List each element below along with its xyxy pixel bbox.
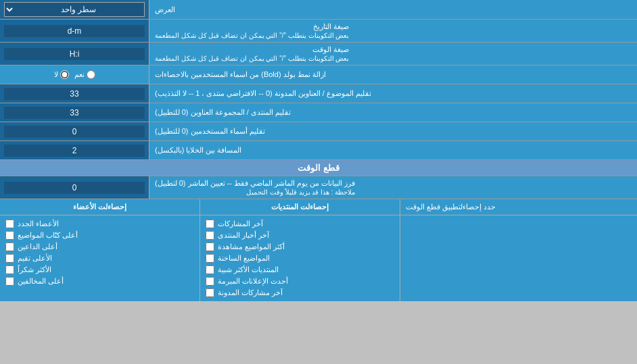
forum-trim-input[interactable]	[4, 107, 145, 119]
stats-limit-label: حدد إحصاءلتطبيق قطع الوقت	[400, 199, 638, 215]
user-trim-label: تقليم أسماء المستخدمين (0 للتطبيل)	[149, 122, 637, 140]
topics-sort-input[interactable]	[4, 88, 145, 100]
date-format-label: صيغة التاريخ بعض التكوينات يتطلب "/" الت…	[149, 20, 637, 42]
cb-last-posts-input[interactable]	[206, 219, 214, 228]
cutoff-input[interactable]	[4, 182, 145, 194]
members-stats-col: الأعضاء الجدد أعلى كتّاب المواضيع أعلى ا…	[0, 215, 199, 301]
display-mode-row: display-mode العرض سطر واحد سطرين ثلاثة …	[0, 0, 637, 20]
cb-most-viewed-input[interactable]	[206, 242, 214, 251]
bold-remove-label: ازالة نمط بولد (Bold) من اسماء المستخدمي…	[149, 66, 637, 84]
cb-most-viewed: أكثر المواضيع مشاهدة	[206, 241, 394, 253]
main-container: display-mode العرض سطر واحد سطرين ثلاثة …	[0, 0, 637, 301]
cell-spacing-input-cell	[0, 141, 149, 159]
bold-remove-yes-label[interactable]: نعم	[74, 70, 95, 79]
cb-blog-posts-input[interactable]	[206, 288, 214, 297]
cb-top-rated: الأعلى تقيم	[5, 253, 194, 264]
bold-remove-yes-radio[interactable]	[87, 70, 95, 79]
display-mode-select[interactable]: سطر واحد سطرين ثلاثة أسطر	[4, 2, 145, 17]
cell-spacing-input[interactable]	[4, 145, 145, 157]
cb-hot-topics-input[interactable]	[206, 254, 214, 263]
time-format-row: صيغة الوقت بعض التكوينات يتطلب "/" التي …	[0, 43, 637, 66]
cb-top-rated-input[interactable]	[5, 254, 14, 263]
forums-stats-col: آخر المشاركات آخر أخبار المنتدى أكثر الم…	[199, 215, 400, 301]
date-format-input-cell	[0, 20, 149, 42]
forum-trim-label: تقليم المنتدى / المجموعة العناوين (0 للت…	[149, 103, 637, 122]
topics-sort-row: تقليم الموضوع / العناوين المدونة (0 -- ا…	[0, 84, 637, 103]
cb-blog-posts: آخر مشاركات المدونة	[206, 287, 394, 298]
display-mode-input-cell: سطر واحد سطرين ثلاثة أسطر	[0, 0, 149, 19]
time-format-input[interactable]	[4, 48, 145, 60]
cb-top-inviters: أعلى الداعين	[5, 241, 194, 253]
date-format-row: صيغة التاريخ بعض التكوينات يتطلب "/" الت…	[0, 20, 637, 43]
cb-similar-forums: المنتديات الأكثر شبية	[206, 264, 394, 276]
cb-forum-news: آخر أخبار المنتدى	[206, 230, 394, 241]
bold-remove-row: ازالة نمط بولد (Bold) من اسماء المستخدمي…	[0, 66, 637, 84]
cell-spacing-row: المسافة بين الخلايا (بالبكسل)	[0, 141, 637, 160]
display-mode-label: display-mode العرض	[149, 0, 637, 19]
topics-sort-input-cell	[0, 84, 149, 103]
cell-spacing-label: المسافة بين الخلايا (بالبكسل)	[149, 141, 637, 159]
cb-most-thanks-input[interactable]	[5, 265, 14, 274]
user-trim-row: تقليم أسماء المستخدمين (0 للتطبيل)	[0, 122, 637, 141]
time-format-input-cell	[0, 43, 149, 65]
cb-similar-forums-input[interactable]	[206, 265, 214, 274]
col2-header: إحصاءلت الأعضاء	[0, 199, 199, 215]
time-format-label: صيغة الوقت بعض التكوينات يتطلب "/" التي …	[149, 43, 637, 65]
limit-col	[400, 215, 638, 301]
user-trim-input[interactable]	[4, 126, 145, 138]
bold-remove-no-radio[interactable]	[60, 70, 69, 79]
cb-last-posts: آخر المشاركات	[206, 218, 394, 230]
forum-trim-input-cell	[0, 103, 149, 122]
cutoff-section-title: قطع الوقت	[0, 160, 637, 176]
cb-top-inviters-input[interactable]	[5, 242, 14, 251]
cb-forum-news-input[interactable]	[206, 231, 214, 240]
col1-header: إحصاءلت المنتديات	[199, 199, 400, 215]
cb-most-thanks: الأكثر شكراً	[5, 264, 194, 276]
bold-remove-no-label[interactable]: لا	[54, 70, 69, 79]
bold-remove-radio-cell: نعم لا	[0, 66, 149, 84]
topics-sort-label: تقليم الموضوع / العناوين المدونة (0 -- ا…	[149, 84, 637, 103]
cb-latest-announcements-input[interactable]	[206, 277, 214, 286]
stats-section: حدد إحصاءلتطبيق قطع الوقت إحصاءلت المنتد…	[0, 199, 637, 301]
forum-trim-row: تقليم المنتدى / المجموعة العناوين (0 للت…	[0, 103, 637, 122]
cutoff-section-header: قطع الوقت	[0, 160, 637, 176]
cb-top-violators: أعلى المخالفين	[5, 276, 194, 287]
cb-top-violators-input[interactable]	[5, 277, 14, 286]
cb-new-members-input[interactable]	[5, 219, 14, 228]
date-format-input[interactable]	[4, 25, 145, 37]
cb-hot-topics: المواضيع الساخنة	[206, 253, 394, 264]
cutoff-row: فرز البيانات من يوم الماشر الماضي فقط --…	[0, 176, 637, 199]
cutoff-input-cell	[0, 176, 149, 199]
cutoff-label: فرز البيانات من يوم الماشر الماضي فقط --…	[149, 176, 637, 199]
cb-latest-announcements: أحدث الإعلانات المبرمة	[206, 276, 394, 287]
user-trim-input-cell	[0, 122, 149, 140]
cb-top-writers-input[interactable]	[5, 231, 14, 240]
cb-new-members: الأعضاء الجدد	[5, 218, 194, 230]
cb-top-writers: أعلى كتّاب المواضيع	[5, 230, 194, 241]
